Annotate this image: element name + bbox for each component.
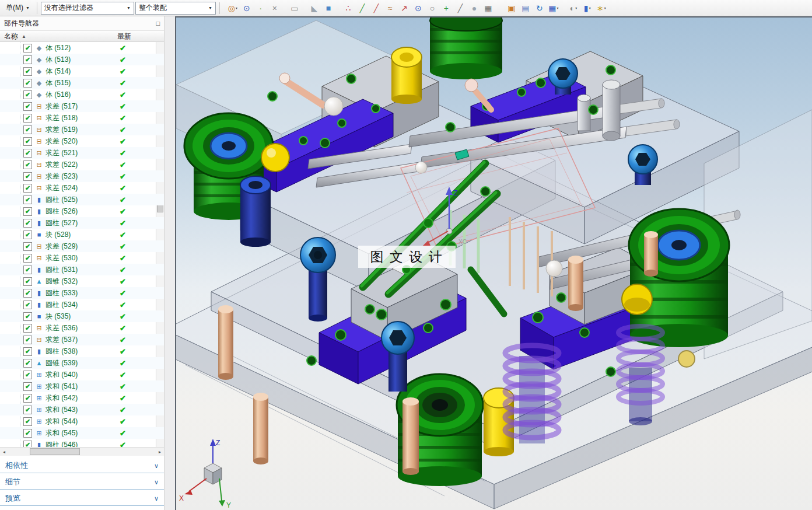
tree-row[interactable]: ✔ ◆ 体 (516) ✔ bbox=[0, 89, 164, 100]
tree-row[interactable]: ✔ ⊞ 求和 (542) ✔ bbox=[0, 392, 164, 404]
selection-filter-combo[interactable]: 没有选择过滤器 ▼ bbox=[41, 2, 134, 15]
feature-checkbox[interactable]: ✔ bbox=[23, 195, 32, 204]
tree-row[interactable]: ✔ ▲ 圆锥 (539) ✔ bbox=[0, 357, 164, 369]
tree-row[interactable]: ✔ ◆ 体 (514) ✔ bbox=[0, 65, 164, 77]
feature-checkbox[interactable]: ✔ bbox=[23, 406, 32, 414]
toolbar-icon[interactable]: ⊙ bbox=[411, 2, 425, 15]
feature-checkbox[interactable]: ✔ bbox=[23, 359, 32, 368]
feature-checkbox[interactable]: ✔ bbox=[23, 160, 32, 169]
feature-label[interactable]: 求差 (517) bbox=[46, 102, 78, 111]
feature-label[interactable]: 求和 (541) bbox=[46, 382, 78, 392]
feature-checkbox[interactable]: ✔ bbox=[23, 184, 32, 193]
feature-checkbox[interactable]: ✔ bbox=[23, 371, 32, 379]
toolbar-icon[interactable]: ◎ ▾ bbox=[226, 2, 240, 15]
tree-row[interactable]: ✔ ⊟ 求差 (529) ✔ bbox=[0, 240, 164, 252]
chevron-down-icon[interactable]: ∨ bbox=[154, 462, 159, 470]
toolbar-icon[interactable]: ↻ bbox=[533, 2, 547, 15]
feature-checkbox[interactable]: ✔ bbox=[23, 347, 32, 356]
toolbar-icon[interactable]: ▮ ▾ bbox=[580, 2, 594, 15]
toolbar-icon[interactable]: ≈ bbox=[383, 2, 397, 15]
feature-checkbox[interactable]: ✔ bbox=[23, 312, 32, 321]
tree-row[interactable]: ✔ ■ 块 (528) ✔ bbox=[0, 229, 164, 240]
menu-button[interactable]: 单(M) ▼ bbox=[2, 2, 33, 14]
feature-checkbox[interactable]: ✔ bbox=[23, 67, 32, 76]
feature-checkbox[interactable]: ✔ bbox=[23, 429, 32, 438]
toolbar-icon[interactable]: ▭ bbox=[288, 2, 302, 15]
tree-row[interactable]: ✔ ◆ 体 (512) ✔ bbox=[0, 42, 164, 54]
toolbar-icon[interactable]: + bbox=[439, 2, 453, 15]
feature-label[interactable]: 求差 (518) bbox=[46, 113, 78, 123]
toolbar-icon[interactable]: ∙ bbox=[254, 2, 268, 15]
feature-label[interactable]: 圆柱 (546) bbox=[46, 440, 78, 448]
tree-row[interactable]: ✔ ▮ 圆柱 (531) ✔ bbox=[0, 264, 164, 275]
feature-checkbox[interactable]: ✔ bbox=[23, 90, 32, 99]
feature-checkbox[interactable]: ✔ bbox=[23, 289, 32, 298]
feature-label[interactable]: 圆柱 (525) bbox=[46, 195, 78, 205]
scroll-right-arrow-icon[interactable]: ▸ bbox=[156, 448, 164, 456]
section-header[interactable]: 预览 ∨ bbox=[0, 491, 164, 506]
toolbar-icon[interactable]: ╱ bbox=[369, 2, 383, 15]
tree-row[interactable]: ✔ ⊟ 求差 (523) ✔ bbox=[0, 170, 164, 182]
tree-row[interactable]: ✔ ◆ 体 (513) ✔ bbox=[0, 54, 164, 65]
feature-label[interactable]: 求差 (537) bbox=[46, 335, 78, 345]
feature-checkbox[interactable]: ✔ bbox=[23, 55, 32, 64]
feature-label[interactable]: 块 (528) bbox=[46, 230, 71, 240]
feature-label[interactable]: 求和 (545) bbox=[46, 428, 78, 438]
panel-resize-sash[interactable] bbox=[164, 16, 175, 510]
tree-row[interactable]: ✔ ⊟ 求差 (522) ✔ bbox=[0, 159, 164, 170]
feature-label[interactable]: 求和 (542) bbox=[46, 393, 78, 403]
feature-checkbox[interactable]: ✔ bbox=[23, 207, 32, 216]
feature-label[interactable]: 圆柱 (533) bbox=[46, 288, 78, 298]
float-window-icon[interactable]: □ bbox=[156, 20, 160, 27]
3d-viewport[interactable]: Z XC 图 文 设 计 Z X Y bbox=[176, 18, 812, 510]
feature-checkbox[interactable]: ✔ bbox=[23, 125, 32, 134]
feature-label[interactable]: 圆柱 (531) bbox=[46, 265, 78, 275]
feature-checkbox[interactable]: ✔ bbox=[23, 79, 32, 88]
toolbar-icon[interactable]: ∗ ▾ bbox=[594, 2, 608, 15]
feature-label[interactable]: 体 (515) bbox=[46, 78, 71, 88]
tree-row[interactable]: ✔ ⊟ 求差 (517) ✔ bbox=[0, 100, 164, 112]
horizontal-scrollbar-thumb[interactable] bbox=[30, 448, 80, 455]
tree-row[interactable]: ✔ ⊟ 求差 (537) ✔ bbox=[0, 334, 164, 345]
toolbar-icon[interactable]: ● bbox=[467, 2, 481, 15]
feature-label[interactable]: 求差 (536) bbox=[46, 323, 78, 333]
tree-row[interactable]: ✔ ▮ 圆柱 (526) ✔ bbox=[0, 205, 164, 217]
feature-checkbox[interactable]: ✔ bbox=[23, 324, 32, 333]
feature-checkbox[interactable]: ✔ bbox=[23, 441, 32, 448]
tree-row[interactable]: ✔ ⊞ 求和 (545) ✔ bbox=[0, 427, 164, 439]
toolbar-icon[interactable]: × bbox=[268, 2, 282, 15]
toolbar-icon[interactable]: ▦ bbox=[481, 2, 495, 15]
tree-row[interactable]: ✔ ▮ 圆柱 (525) ✔ bbox=[0, 194, 164, 205]
toolbar-icon[interactable]: ▤ bbox=[519, 2, 533, 15]
toolbar-icon[interactable]: ↗ bbox=[397, 2, 411, 15]
toolbar-icon[interactable]: ∴ bbox=[341, 2, 355, 15]
feature-label[interactable]: 圆柱 (534) bbox=[46, 300, 78, 310]
feature-checkbox[interactable]: ✔ bbox=[23, 242, 32, 251]
feature-label[interactable]: 求差 (519) bbox=[46, 125, 78, 135]
toolbar-icon[interactable]: ■ bbox=[321, 2, 335, 15]
tree-row[interactable]: ✔ ▮ 圆柱 (534) ✔ bbox=[0, 299, 164, 310]
feature-checkbox[interactable]: ✔ bbox=[23, 230, 32, 239]
feature-label[interactable]: 求差 (523) bbox=[46, 172, 78, 181]
tree-row[interactable]: ✔ ■ 块 (535) ✔ bbox=[0, 310, 164, 322]
feature-label[interactable]: 求差 (529) bbox=[46, 242, 78, 251]
scroll-left-arrow-icon[interactable]: ◂ bbox=[0, 448, 8, 456]
toolbar-icon[interactable]: ▦ ▾ bbox=[547, 2, 561, 15]
toolbar-icon[interactable]: ⊙ bbox=[240, 2, 254, 15]
feature-checkbox[interactable]: ✔ bbox=[23, 266, 32, 274]
tree-row[interactable]: ✔ ⊞ 求和 (540) ✔ bbox=[0, 369, 164, 380]
feature-label[interactable]: 求和 (544) bbox=[46, 417, 78, 427]
section-header[interactable]: 相依性 ∨ bbox=[0, 459, 164, 473]
feature-label[interactable]: 求差 (522) bbox=[46, 160, 78, 170]
feature-label[interactable]: 求差 (520) bbox=[46, 137, 78, 146]
tree-row[interactable]: ✔ ⊞ 求和 (544) ✔ bbox=[0, 415, 164, 427]
feature-label[interactable]: 块 (535) bbox=[46, 312, 71, 322]
tree-row[interactable]: ✔ ▮ 圆柱 (533) ✔ bbox=[0, 287, 164, 299]
column-header-name[interactable]: 名称 ▲ bbox=[0, 32, 117, 41]
feature-checkbox[interactable]: ✔ bbox=[23, 336, 32, 344]
feature-label[interactable]: 求差 (524) bbox=[46, 183, 78, 193]
feature-label[interactable]: 体 (512) bbox=[46, 43, 71, 53]
feature-label[interactable]: 圆锥 (539) bbox=[46, 358, 78, 368]
tree-row[interactable]: ✔ ⊟ 求差 (519) ✔ bbox=[0, 124, 164, 135]
feature-label[interactable]: 求差 (521) bbox=[46, 148, 78, 158]
